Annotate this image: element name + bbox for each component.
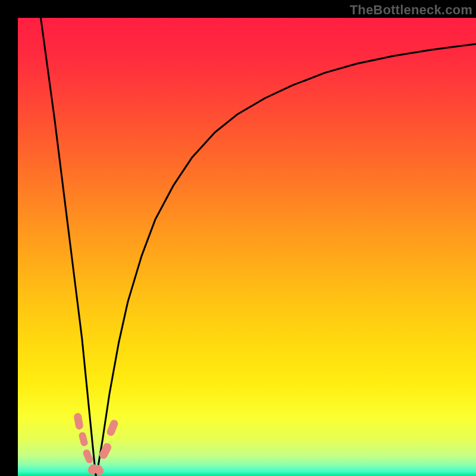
watermark-label: TheBottleneck.com [350,2,472,18]
plot-area [18,18,476,476]
chart-frame: TheBottleneck.com [0,0,476,476]
plot-canvas [18,18,476,476]
bottleneck-curve [18,18,476,476]
